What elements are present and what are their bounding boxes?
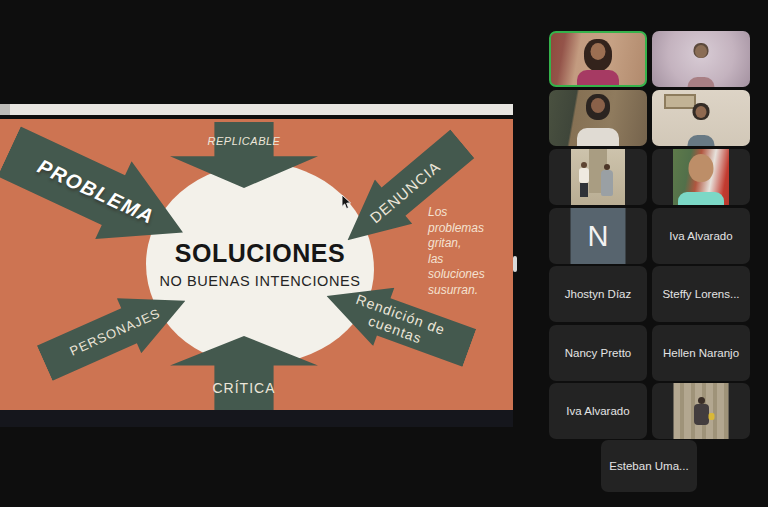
video-scene xyxy=(688,77,715,87)
slide-subtitle: NO BUENAS INTENCIONES xyxy=(159,273,360,289)
presentation-slide: PROBLEMA REPLICABLE DENUNCIA Rendición d… xyxy=(0,119,513,410)
arrow-replicable-label: REPLICABLE xyxy=(170,135,318,147)
photo-detail xyxy=(580,183,588,197)
quote-line: gritan, xyxy=(428,236,512,252)
participant-video-tile-1[interactable] xyxy=(549,31,647,87)
participant-video-tile-2[interactable] xyxy=(652,31,750,87)
participant-photo-tile-1[interactable] xyxy=(549,149,647,205)
titlebar-accent xyxy=(0,104,10,115)
participant-name-tile[interactable]: Iva Alvarado xyxy=(549,383,647,439)
avatar-photo xyxy=(673,149,729,205)
quote-line: susurran. xyxy=(428,283,512,299)
photo-detail xyxy=(601,170,613,196)
arrow-critica-label: CRÍTICA xyxy=(170,380,318,396)
participant-name-tile[interactable]: Esteban Uma... xyxy=(601,440,697,492)
participant-name-tile[interactable]: Iva Alvarado xyxy=(652,208,750,264)
initial-avatar: N xyxy=(571,208,626,264)
photo-detail xyxy=(689,154,714,182)
participant-photo-tile-2[interactable] xyxy=(652,149,750,205)
participant-name: Iva Alvarado xyxy=(669,230,732,242)
video-scene xyxy=(591,43,606,60)
quote-line: las xyxy=(428,252,512,268)
initial-letter: N xyxy=(588,220,609,253)
share-bottom-strip xyxy=(0,410,513,427)
video-scene xyxy=(688,135,715,146)
photo-detail xyxy=(678,192,724,205)
participant-photo-tile-3[interactable] xyxy=(652,383,750,439)
video-scene xyxy=(577,128,619,146)
meeting-window: PROBLEMA REPLICABLE DENUNCIA Rendición d… xyxy=(0,0,768,507)
participant-name: Esteban Uma... xyxy=(609,460,688,472)
slide-quote: Los problemas gritan, las soluciones sus… xyxy=(428,205,512,298)
video-scene xyxy=(664,94,696,109)
participant-name-tile[interactable]: Hellen Naranjo xyxy=(652,325,750,381)
video-scene xyxy=(591,98,605,113)
avatar-photo xyxy=(674,383,729,439)
participant-video-tile-3[interactable] xyxy=(549,90,647,146)
quote-line: problemas xyxy=(428,221,512,237)
shared-window-titlebar xyxy=(0,104,513,115)
participant-name: Nancy Pretto xyxy=(565,347,631,359)
participant-video-tile-4[interactable] xyxy=(652,90,750,146)
avatar-photo xyxy=(571,149,625,205)
participant-name: Hellen Naranjo xyxy=(663,347,739,359)
slide-center-text: SOLUCIONES NO BUENAS INTENCIONES xyxy=(146,163,374,365)
video-scene xyxy=(695,45,707,58)
slide-title: SOLUCIONES xyxy=(175,239,345,268)
participant-name-tile[interactable]: Jhostyn Díaz xyxy=(549,266,647,322)
participant-name: Iva Alvarado xyxy=(566,405,629,417)
mouse-cursor-icon xyxy=(341,195,353,214)
participant-name: Steffy Lorens... xyxy=(662,288,739,300)
scrollbar-thumb[interactable] xyxy=(513,256,517,272)
photo-detail xyxy=(694,404,709,425)
photo-detail xyxy=(579,168,589,183)
participant-name: Jhostyn Díaz xyxy=(565,288,631,300)
participant-name-tile[interactable]: Nancy Pretto xyxy=(549,325,647,381)
video-scene xyxy=(696,106,707,118)
photo-detail xyxy=(698,397,705,404)
quote-line: Los xyxy=(428,205,512,221)
participant-name-tile[interactable]: Steffy Lorens... xyxy=(652,266,750,322)
quote-line: soluciones xyxy=(428,267,512,283)
photo-detail xyxy=(709,413,715,420)
participant-initial-tile[interactable]: N xyxy=(549,208,647,264)
video-scene xyxy=(577,70,619,87)
